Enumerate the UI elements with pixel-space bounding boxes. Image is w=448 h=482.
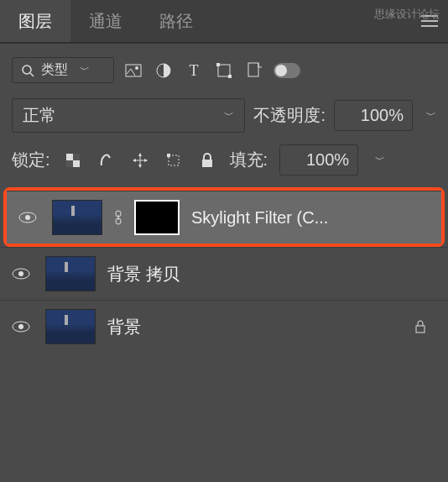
svg-text:T: T — [190, 63, 199, 78]
svg-marker-19 — [144, 159, 148, 162]
lock-all-icon[interactable] — [196, 149, 218, 171]
chevron-down-icon: ﹀ — [80, 63, 90, 77]
visibility-toggle-icon[interactable] — [18, 211, 40, 224]
blend-row: 正常 ﹀ 不透明度: 100% ﹀ — [0, 93, 448, 141]
lock-image-icon[interactable] — [96, 149, 117, 171]
svg-marker-16 — [138, 153, 142, 156]
chevron-down-icon[interactable]: ﹀ — [426, 108, 436, 123]
filter-pixel-icon[interactable] — [122, 60, 144, 81]
lock-artboard-icon[interactable] — [163, 149, 185, 171]
layer-item[interactable]: Skylight Filter (C... — [7, 191, 441, 244]
svg-marker-18 — [133, 159, 136, 162]
layer-thumbnail[interactable] — [45, 309, 96, 344]
filter-shape-icon[interactable] — [213, 60, 235, 81]
svg-rect-7 — [216, 63, 220, 66]
tab-paths[interactable]: 路径 — [141, 0, 211, 42]
svg-rect-2 — [126, 65, 141, 76]
opacity-input[interactable]: 100% — [334, 100, 413, 131]
layer-name[interactable]: 背景 — [107, 316, 403, 338]
svg-marker-17 — [138, 165, 142, 168]
chevron-down-icon: ﹀ — [224, 108, 234, 123]
svg-rect-22 — [202, 160, 212, 167]
chevron-down-icon[interactable]: ﹀ — [375, 153, 385, 167]
filter-smartobject-icon[interactable] — [243, 60, 265, 81]
blend-mode-value: 正常 — [23, 104, 56, 127]
filter-row: 类型 ﹀ T — [0, 43, 448, 93]
filter-adjustment-icon[interactable] — [153, 60, 175, 81]
layer-thumbnail[interactable] — [45, 256, 96, 291]
svg-rect-11 — [73, 160, 80, 167]
svg-line-1 — [30, 73, 34, 76]
svg-point-29 — [18, 271, 23, 276]
layer-lock-icon — [414, 320, 436, 333]
layer-name[interactable]: 背景 拷贝 — [107, 263, 436, 286]
lock-position-icon[interactable] — [129, 149, 151, 171]
svg-rect-12 — [73, 154, 80, 160]
svg-point-0 — [23, 65, 31, 74]
svg-rect-21 — [167, 154, 170, 157]
fill-input[interactable]: 100% — [279, 144, 358, 176]
lock-label: 锁定: — [12, 149, 50, 171]
layer-item[interactable]: 背景 拷贝 — [0, 247, 448, 300]
filter-toggle[interactable] — [273, 63, 300, 78]
svg-rect-32 — [416, 326, 425, 333]
svg-rect-10 — [66, 154, 73, 160]
link-mask-icon[interactable] — [114, 210, 122, 225]
fill-label: 填充: — [230, 149, 268, 171]
filter-type-text-icon[interactable]: T — [183, 60, 205, 81]
layers-panel: 思缘设计论坛 图层 通道 路径 类型 ﹀ T 正常 — [0, 0, 448, 482]
filter-type-select[interactable]: 类型 ﹀ — [12, 57, 114, 83]
layer-name[interactable]: Skylight Filter (C... — [191, 208, 430, 228]
visibility-toggle-icon[interactable] — [12, 267, 34, 280]
svg-point-24 — [25, 215, 30, 220]
layers-list: Skylight Filter (C... 背景 拷贝 背景 — [0, 187, 448, 482]
lock-row: 锁定: 填充: 100% ﹀ — [0, 141, 448, 187]
filter-type-label: 类型 — [41, 61, 68, 79]
visibility-toggle-icon[interactable] — [12, 320, 34, 333]
svg-rect-9 — [248, 63, 258, 76]
svg-rect-8 — [228, 75, 232, 78]
svg-point-3 — [135, 66, 138, 70]
svg-rect-13 — [66, 160, 73, 167]
tab-layers[interactable]: 图层 — [0, 0, 70, 42]
svg-rect-6 — [218, 65, 230, 76]
tab-channels[interactable]: 通道 — [70, 0, 141, 42]
lock-transparency-icon[interactable] — [62, 149, 84, 171]
opacity-label: 不透明度: — [253, 104, 326, 127]
svg-point-31 — [18, 324, 23, 329]
tutorial-highlight: Skylight Filter (C... — [3, 187, 445, 247]
layer-mask-thumbnail[interactable] — [134, 200, 180, 235]
watermark-text: 思缘设计论坛 — [374, 7, 440, 22]
blend-mode-select[interactable]: 正常 ﹀ — [12, 98, 245, 133]
layer-thumbnail[interactable] — [52, 200, 102, 235]
layer-item[interactable]: 背景 — [0, 300, 448, 353]
search-icon — [21, 64, 34, 77]
